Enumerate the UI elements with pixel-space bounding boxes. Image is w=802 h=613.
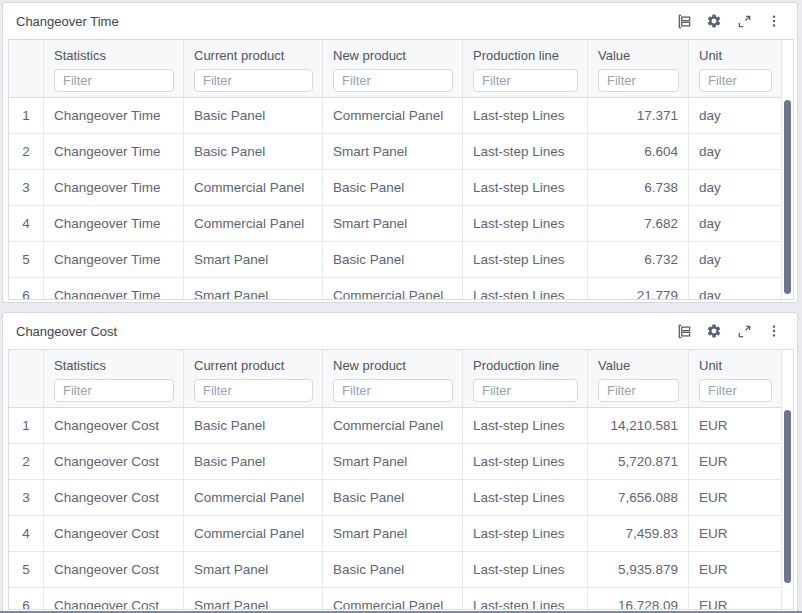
table-row[interactable]: 5 Changeover Time Smart Panel Basic Pane… xyxy=(9,242,782,278)
widget-header: Changeover Cost xyxy=(3,313,797,349)
cell-unit: day xyxy=(689,206,781,241)
cell-value: 6.732 xyxy=(588,242,689,277)
cell-current-product: Basic Panel xyxy=(184,408,323,443)
column-label: Statistics xyxy=(54,48,174,63)
settings-button[interactable] xyxy=(704,321,724,341)
cell-production-line: Last-step Lines xyxy=(463,278,588,299)
filter-input-value[interactable] xyxy=(598,379,679,402)
column-label: Value xyxy=(598,358,679,373)
column-label: Unit xyxy=(699,48,772,63)
cell-new-product: Commercial Panel xyxy=(323,588,463,609)
cell-unit: EUR xyxy=(689,552,781,587)
cell-production-line: Last-step Lines xyxy=(463,408,588,443)
cell-new-product: Commercial Panel xyxy=(323,408,463,443)
scrollbar-thumb[interactable] xyxy=(784,410,791,583)
widget-title: Changeover Cost xyxy=(16,324,664,339)
expand-button[interactable] xyxy=(734,321,754,341)
table-row[interactable]: 1 Changeover Time Basic Panel Commercial… xyxy=(9,98,782,134)
cell-current-product: Commercial Panel xyxy=(184,480,323,515)
table-panel-icon xyxy=(677,14,692,29)
cell-statistics: Changeover Cost xyxy=(44,480,184,515)
header-value: Value xyxy=(588,350,689,407)
cell-unit: day xyxy=(689,242,781,277)
filter-input-current-product[interactable] xyxy=(194,69,313,92)
cell-current-product: Smart Panel xyxy=(184,552,323,587)
column-label: Production line xyxy=(473,358,578,373)
row-number: 5 xyxy=(9,242,44,277)
filter-input-production-line[interactable] xyxy=(473,379,578,402)
gear-icon xyxy=(706,13,722,29)
kebab-menu-button[interactable] xyxy=(764,321,784,341)
cell-production-line: Last-step Lines xyxy=(463,206,588,241)
cell-production-line: Last-step Lines xyxy=(463,444,588,479)
settings-button[interactable] xyxy=(704,11,724,31)
cell-current-product: Smart Panel xyxy=(184,588,323,609)
cell-statistics: Changeover Time xyxy=(44,278,184,299)
row-number: 6 xyxy=(9,278,44,299)
filter-input-statistics[interactable] xyxy=(54,379,174,402)
cell-unit: EUR xyxy=(689,588,781,609)
table-row[interactable]: 2 Changeover Cost Basic Panel Smart Pane… xyxy=(9,444,782,480)
row-number: 3 xyxy=(9,480,44,515)
cell-new-product: Basic Panel xyxy=(323,170,463,205)
table-panel-button[interactable] xyxy=(674,11,694,31)
table-row[interactable]: 1 Changeover Cost Basic Panel Commercial… xyxy=(9,408,782,444)
cell-unit: day xyxy=(689,134,781,169)
row-number: 4 xyxy=(9,206,44,241)
header-row-number xyxy=(9,350,44,407)
table-row[interactable]: 6 Changeover Cost Smart Panel Commercial… xyxy=(9,588,782,609)
filter-input-unit[interactable] xyxy=(699,69,772,92)
filter-input-current-product[interactable] xyxy=(194,379,313,402)
cell-value: 5,935.879 xyxy=(588,552,689,587)
filter-input-new-product[interactable] xyxy=(333,379,453,402)
cell-new-product: Basic Panel xyxy=(323,242,463,277)
vertical-scrollbar[interactable] xyxy=(782,408,793,609)
cell-current-product: Basic Panel xyxy=(184,98,323,133)
filter-input-statistics[interactable] xyxy=(54,69,174,92)
row-number: 3 xyxy=(9,170,44,205)
cell-new-product: Basic Panel xyxy=(323,552,463,587)
expand-button[interactable] xyxy=(734,11,754,31)
cell-current-product: Basic Panel xyxy=(184,444,323,479)
cell-current-product: Commercial Panel xyxy=(184,206,323,241)
cell-production-line: Last-step Lines xyxy=(463,588,588,609)
cell-value: 6.604 xyxy=(588,134,689,169)
cell-statistics: Changeover Time xyxy=(44,98,184,133)
cell-value: 6.738 xyxy=(588,170,689,205)
vertical-scrollbar[interactable] xyxy=(782,98,793,299)
table-row[interactable]: 5 Changeover Cost Smart Panel Basic Pane… xyxy=(9,552,782,588)
grid-header: Statistics Current product New product P… xyxy=(9,350,782,408)
cell-value: 17.371 xyxy=(588,98,689,133)
table-row[interactable]: 4 Changeover Time Commercial Panel Smart… xyxy=(9,206,782,242)
widget-changeover-time: Changeover Time xyxy=(2,2,798,303)
data-grid: Statistics Current product New product P… xyxy=(8,39,794,300)
grid-header: Statistics Current product New product P… xyxy=(9,40,782,98)
cell-value: 21.779 xyxy=(588,278,689,299)
filter-input-unit[interactable] xyxy=(699,379,772,402)
scrollbar-thumb[interactable] xyxy=(784,100,791,294)
cell-statistics: Changeover Time xyxy=(44,170,184,205)
header-unit: Unit xyxy=(689,350,781,407)
row-number: 1 xyxy=(9,408,44,443)
cell-current-product: Smart Panel xyxy=(184,278,323,299)
header-current-product: Current product xyxy=(184,40,323,97)
table-panel-button[interactable] xyxy=(674,321,694,341)
table-row[interactable]: 6 Changeover Time Smart Panel Commercial… xyxy=(9,278,782,299)
column-label: Production line xyxy=(473,48,578,63)
kebab-menu-button[interactable] xyxy=(764,11,784,31)
filter-input-value[interactable] xyxy=(598,69,679,92)
table-row[interactable]: 2 Changeover Time Basic Panel Smart Pane… xyxy=(9,134,782,170)
table-row[interactable]: 3 Changeover Time Commercial Panel Basic… xyxy=(9,170,782,206)
cell-statistics: Changeover Cost xyxy=(44,588,184,609)
table-row[interactable]: 3 Changeover Cost Commercial Panel Basic… xyxy=(9,480,782,516)
filter-input-new-product[interactable] xyxy=(333,69,453,92)
cell-value: 14,210.581 xyxy=(588,408,689,443)
widget-changeover-cost: Changeover Cost xyxy=(2,312,798,613)
filter-input-production-line[interactable] xyxy=(473,69,578,92)
cell-statistics: Changeover Time xyxy=(44,134,184,169)
cell-unit: EUR xyxy=(689,444,781,479)
cell-new-product: Smart Panel xyxy=(323,444,463,479)
cell-new-product: Commercial Panel xyxy=(323,98,463,133)
table-row[interactable]: 4 Changeover Cost Commercial Panel Smart… xyxy=(9,516,782,552)
cell-value: 7.682 xyxy=(588,206,689,241)
